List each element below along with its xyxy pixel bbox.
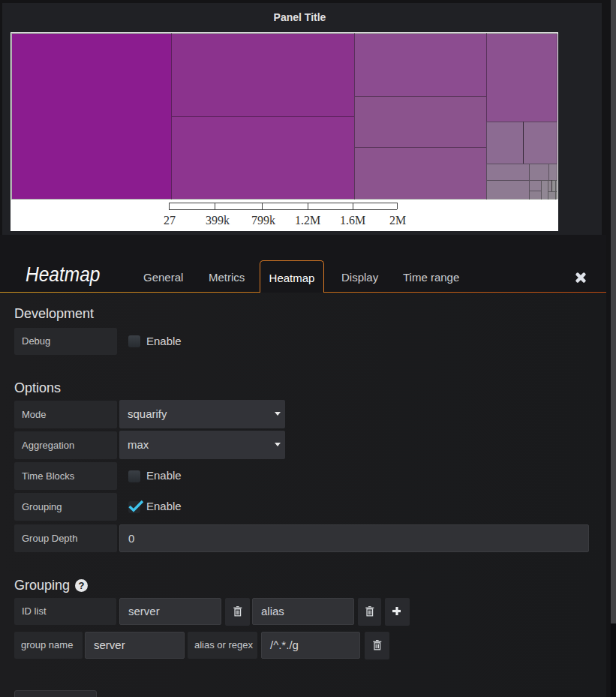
- svg-text:1.2M: 1.2M: [295, 214, 320, 227]
- svg-text:1.6M: 1.6M: [340, 214, 365, 227]
- svg-text:2M: 2M: [389, 214, 406, 227]
- svg-text:27: 27: [164, 214, 176, 227]
- svg-text:399k: 399k: [206, 214, 230, 227]
- svg-text:799k: 799k: [251, 214, 275, 227]
